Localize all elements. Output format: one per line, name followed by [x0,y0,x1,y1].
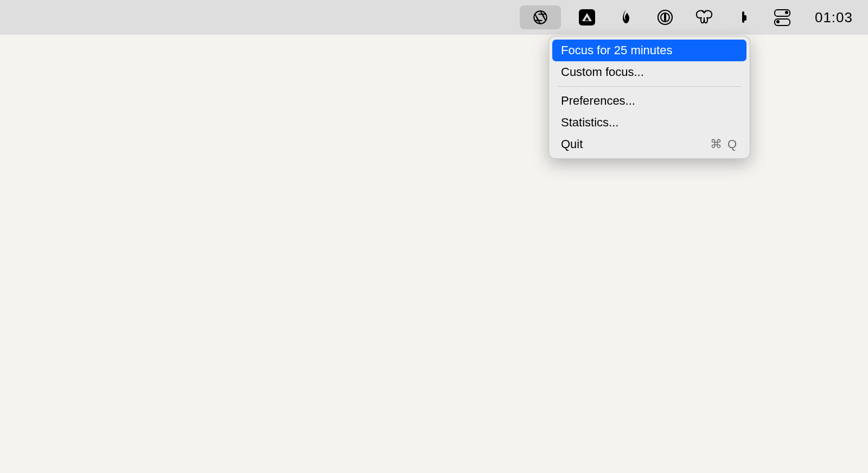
battery-icon [742,12,744,22]
focus-dropdown-menu: Focus for 25 minutes Custom focus... Pre… [548,36,750,159]
menu-item-quit[interactable]: Quit ⌘ Q [552,133,746,155]
menubar-onepassword[interactable] [652,5,678,29]
menubar-clock[interactable]: 01:03 [815,9,853,26]
menubar-control-center[interactable] [769,5,795,29]
menubar: 01:03 [0,0,868,35]
menu-item-label: Focus for 25 minutes [561,43,672,57]
svg-line-11 [704,10,706,13]
menubar-battery[interactable] [730,5,756,29]
svg-rect-9 [664,14,666,21]
aperture-icon [533,10,548,25]
onepassword-icon [657,9,673,25]
menubar-butterfly-app[interactable] [691,5,717,29]
menubar-triangle-app[interactable] [574,5,600,29]
flame-icon [620,9,633,25]
menu-item-label: Quit [561,137,583,151]
menu-item-preferences[interactable]: Preferences... [552,90,746,112]
menu-item-custom-focus[interactable]: Custom focus... [552,61,746,83]
triangle-icon [579,9,595,25]
butterfly-icon [695,10,713,25]
menu-item-statistics[interactable]: Statistics... [552,112,746,133]
menu-item-shortcut: ⌘ Q [710,137,738,151]
control-center-icon [774,9,790,26]
svg-point-0 [534,11,546,23]
menu-item-label: Preferences... [561,94,635,108]
menubar-flame-app[interactable] [613,5,639,29]
menu-item-focus-25[interactable]: Focus for 25 minutes [552,40,746,61]
menubar-focus-app[interactable] [520,5,561,29]
menu-item-label: Custom focus... [561,65,644,79]
menu-item-label: Statistics... [561,116,618,130]
menu-separator [558,86,741,87]
